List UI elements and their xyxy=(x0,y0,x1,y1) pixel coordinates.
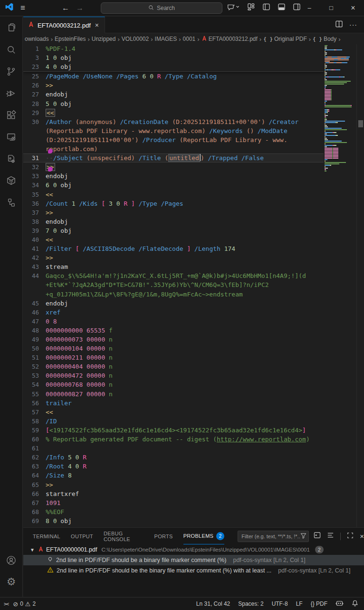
problem-row[interactable]: 2nd line in PDF/FDF should be the binary… xyxy=(23,565,364,576)
back-arrow-icon[interactable]: ← xyxy=(62,4,69,12)
breadcrumb-item[interactable]: 0001 xyxy=(183,36,196,42)
customize-layout-icon[interactable] xyxy=(248,3,255,12)
code-line[interactable]: 44Gaqco_$\%5&4H!a'm!?j1n2KaYC_X.6tLj5RT_… xyxy=(23,271,324,280)
remote-indicator-icon[interactable]: >< xyxy=(4,601,8,607)
code-line[interactable]: 42>> xyxy=(23,253,324,262)
code-line[interactable]: +Et%K*`?JqA2A3gd"D*TE>C&7B!".35JYp6)Yb\^… xyxy=(23,280,324,289)
statusbar-indentation[interactable]: Spaces: 2 xyxy=(238,600,263,607)
notifications-bell-icon[interactable] xyxy=(352,600,358,608)
code-line[interactable]: (ReportLab PDF Library - www.reportlab.c… xyxy=(23,126,324,135)
account-icon[interactable] xyxy=(0,549,23,571)
dev-container-icon[interactable] xyxy=(0,148,23,170)
breadcrumb-item[interactable]: ownloads xyxy=(25,36,49,42)
code-line[interactable]: 46xref xyxy=(23,308,324,317)
problems-file-group[interactable]: ▼EFTA00000001.pdfC:\Users\peter\OneDrive… xyxy=(23,544,364,555)
explorer-icon[interactable] xyxy=(0,17,23,38)
panel-tab-debug-console[interactable]: DEBUG CONSOLE xyxy=(104,528,144,544)
more-actions-icon[interactable]: ··· xyxy=(349,21,357,29)
tab-efta00003212[interactable]: EFTA00003212.pdf × xyxy=(23,17,105,33)
code-line[interactable]: 26>> xyxy=(23,81,324,90)
split-editor-icon[interactable] xyxy=(335,20,343,29)
maximize-button[interactable]: □ xyxy=(320,0,342,16)
panel-tab-output[interactable]: OUTPUT xyxy=(71,528,93,544)
toggle-panel-icon[interactable] xyxy=(278,3,285,12)
code-line[interactable]: 698 0 obj xyxy=(23,516,324,525)
code-line[interactable]: 63/Root 4 0 R xyxy=(23,462,324,471)
breadcrumb-item[interactable]: IMAGES xyxy=(155,36,177,42)
maximize-panel-icon[interactable] xyxy=(347,532,354,541)
code-line[interactable]: 540000000768 00000 n xyxy=(23,380,324,389)
minimize-button[interactable]: – xyxy=(298,0,320,16)
breadcrumb-item[interactable]: { }Original PDF xyxy=(263,36,307,42)
run-debug-icon[interactable] xyxy=(0,82,23,104)
code-line[interactable]: 65>> xyxy=(23,480,324,489)
hierarchy-icon[interactable] xyxy=(0,191,23,213)
problem-row[interactable]: 2nd line in PDF/FDF should be a binary f… xyxy=(23,555,364,565)
code-line[interactable]: 520000000404 00000 n xyxy=(23,362,324,371)
code-line[interactable]: 32>> xyxy=(23,162,324,172)
panel-tab-problems[interactable]: PROBLEMS2 xyxy=(183,528,225,544)
code-line[interactable]: 234 0 obj xyxy=(23,62,324,71)
code-line[interactable]: +q_01J7H05m1\Z&Lp*\8F%?gE@/1&m,8UgQ%=mFc… xyxy=(23,290,324,299)
remote-explorer-icon[interactable] xyxy=(0,126,23,148)
search-sidebar-icon[interactable] xyxy=(0,38,23,60)
code-line[interactable]: reportlab.com) xyxy=(23,144,324,153)
code-line[interactable]: 57<< xyxy=(23,408,324,417)
code-line[interactable]: 1%PDF-1.4 xyxy=(23,44,324,53)
code-line[interactable]: 285 0 obj xyxy=(23,99,324,108)
code-line[interactable]: (D:20251219185111+00'00') /Producer (Rep… xyxy=(23,135,324,144)
code-line[interactable]: 58/ID xyxy=(23,417,324,426)
code-line[interactable]: 470 8 xyxy=(23,317,324,326)
code-line[interactable]: 68%%EOF xyxy=(23,507,324,516)
robot-icon[interactable] xyxy=(335,600,344,608)
code-line[interactable]: 37>> xyxy=(23,208,324,217)
code-line[interactable]: 61 xyxy=(23,444,324,453)
source-control-icon[interactable] xyxy=(0,60,23,82)
code-line[interactable]: 56trailer xyxy=(23,399,324,408)
settings-gear-icon[interactable]: ⚙ xyxy=(0,571,23,593)
code-line[interactable]: 59[<19174522fc3b65aad32e1fd6c1e16cd4><19… xyxy=(23,426,324,435)
statusbar-cursor-position[interactable]: Ln 31, Col 42 xyxy=(196,600,230,607)
code-line[interactable]: 64/Size 8 xyxy=(23,471,324,480)
breadcrumb-item[interactable]: { }Body xyxy=(313,36,336,42)
close-panel-icon[interactable]: × xyxy=(360,532,364,540)
editor-scrollbar[interactable] xyxy=(356,44,364,527)
code-line[interactable]: 671091 xyxy=(23,498,324,507)
minimap[interactable] xyxy=(324,44,356,527)
close-window-button[interactable]: × xyxy=(342,0,364,16)
statusbar-language-mode[interactable]: {} PDF xyxy=(311,600,327,607)
code-line[interactable]: 27endobj xyxy=(23,90,324,99)
code-editor[interactable]: 1%PDF-1.431 0 obj234 0 obj 25/PageMode /… xyxy=(23,44,364,527)
chevron-down-icon[interactable]: ▼ xyxy=(30,547,35,553)
breadcrumb-item[interactable]: EpsteinFiles xyxy=(55,36,86,42)
scrollbar-thumb[interactable] xyxy=(358,120,363,127)
tab-close-icon[interactable]: × xyxy=(94,21,100,29)
code-line[interactable]: 45endobj xyxy=(23,299,324,308)
extensions-icon[interactable] xyxy=(0,104,23,126)
code-line[interactable]: 33endobj xyxy=(23,172,324,181)
code-line[interactable]: 40<< xyxy=(23,235,324,244)
problems-status[interactable]: ⊘ 0 ⚠ 2 xyxy=(13,600,36,608)
copilot-icon[interactable] xyxy=(227,3,239,13)
code-line[interactable]: 31 0 obj xyxy=(23,53,324,62)
panel-tab-terminal[interactable]: TERMINAL xyxy=(33,528,60,544)
code-line[interactable]: 25/PageMode /UseNone /Pages 6 0 R /Type … xyxy=(23,72,324,81)
statusbar-encoding[interactable]: UTF-8 xyxy=(272,600,288,607)
toggle-primary-sidebar-icon[interactable] xyxy=(263,3,270,12)
breadcrumb-item[interactable]: Unzipped xyxy=(92,36,116,42)
code-line[interactable]: 480000000000 65535 f xyxy=(23,326,324,335)
code-line[interactable]: 35<< xyxy=(23,190,324,199)
panel-tab-ports[interactable]: PORTS xyxy=(154,528,173,544)
search-command-center[interactable]: Search xyxy=(101,2,222,14)
code-line[interactable]: 60% ReportLab generated PDF document -- … xyxy=(23,435,324,444)
code-line[interactable]: 530000000472 00000 n xyxy=(23,371,324,380)
code-line[interactable]: 500000000104 00000 n xyxy=(23,344,324,353)
menu-icon[interactable]: ≡ xyxy=(20,3,25,13)
code-line[interactable]: 66startxref xyxy=(23,489,324,498)
code-line[interactable]: 29<< xyxy=(23,108,324,117)
code-line[interactable]: 43stream xyxy=(23,262,324,271)
code-line[interactable]: 38endobj xyxy=(23,217,324,226)
view-as-table-icon[interactable] xyxy=(314,532,321,541)
collapse-all-icon[interactable] xyxy=(327,532,334,541)
code-line[interactable]: 510000000211 00000 n xyxy=(23,353,324,362)
